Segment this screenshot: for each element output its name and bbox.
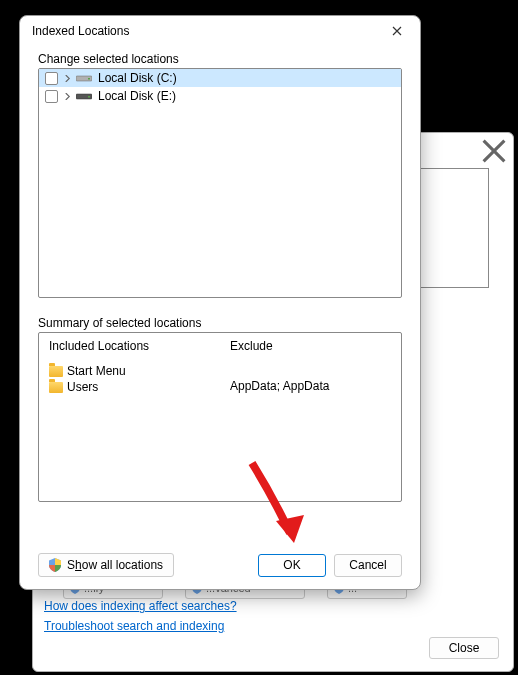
tree-row-c[interactable]: Local Disk (C:) [39, 69, 401, 87]
included-label: Start Menu [67, 364, 126, 378]
bg-close-button[interactable]: Close [429, 637, 499, 659]
titlebar: Indexed Locations [20, 16, 420, 46]
svg-rect-1 [88, 78, 90, 80]
exclude-column: Exclude AppData; AppData [220, 333, 401, 501]
folder-icon [49, 382, 63, 393]
svg-rect-3 [88, 96, 90, 98]
shield-icon [49, 558, 61, 572]
bg-close-label: Close [449, 641, 480, 655]
checkbox-e[interactable] [45, 90, 58, 103]
cancel-button[interactable]: Cancel [334, 554, 402, 577]
tree-label-e: Local Disk (E:) [96, 89, 176, 103]
tree-label-c: Local Disk (C:) [96, 71, 177, 85]
locations-tree[interactable]: Local Disk (C:) Local Disk (E:) [38, 68, 402, 298]
dialog-title: Indexed Locations [32, 24, 382, 38]
included-header: Included Locations [49, 339, 210, 353]
summary-label: Summary of selected locations [38, 316, 402, 330]
show-all-locations-button[interactable]: Show all locations [38, 553, 174, 577]
included-label: Users [67, 380, 98, 394]
expand-icon[interactable] [62, 75, 72, 82]
bg-close-icon[interactable] [481, 139, 507, 163]
included-column: Included Locations Start Menu Users [39, 333, 220, 501]
included-item-startmenu[interactable]: Start Menu [49, 363, 210, 379]
exclude-header: Exclude [230, 339, 391, 353]
included-item-users[interactable]: Users [49, 379, 210, 395]
expand-icon[interactable] [62, 93, 72, 100]
link-how-indexing[interactable]: How does indexing affect searches? [44, 599, 237, 613]
show-all-label: Show all locations [67, 558, 163, 572]
summary-box: Included Locations Start Menu Users Excl… [38, 332, 402, 502]
ok-label: OK [283, 558, 300, 572]
cancel-label: Cancel [349, 558, 386, 572]
disk-icon [76, 73, 92, 83]
change-locations-label: Change selected locations [38, 52, 402, 66]
dialog-body: Change selected locations Local Disk (C:… [20, 46, 420, 543]
folder-icon [49, 366, 63, 377]
bg-help-links: How does indexing affect searches? Troub… [44, 599, 237, 633]
checkbox-c[interactable] [45, 72, 58, 85]
exclude-text: AppData; AppData [230, 379, 391, 393]
indexed-locations-dialog: Indexed Locations Change selected locati… [19, 15, 421, 590]
disk-icon [76, 91, 92, 101]
ok-button[interactable]: OK [258, 554, 326, 577]
tree-row-e[interactable]: Local Disk (E:) [39, 87, 401, 105]
link-troubleshoot[interactable]: Troubleshoot search and indexing [44, 619, 237, 633]
close-icon[interactable] [382, 20, 412, 42]
dialog-footer: Show all locations OK Cancel [20, 543, 420, 589]
